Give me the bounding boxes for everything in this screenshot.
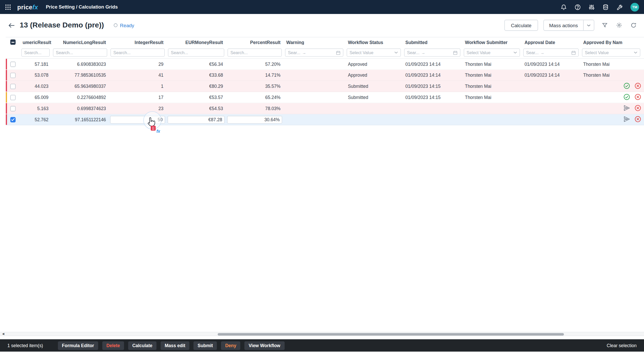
footer-submit-button[interactable]: Submit	[194, 341, 217, 350]
table-row[interactable]: 65.0090.227660489217€53.5765.24%Submitte…	[6, 92, 644, 103]
column-header-percent[interactable]: PercentResult	[226, 40, 283, 45]
column-header-warning[interactable]: Warning	[283, 40, 345, 45]
cell-submitted: 01/09/2023 14:15	[403, 95, 462, 100]
row-checkbox[interactable]	[10, 73, 16, 78]
filter-cell-workflowStatus: Select Value	[345, 47, 403, 58]
row-action-send-icon[interactable]	[624, 116, 630, 122]
cell-integer: 29	[109, 62, 166, 67]
gear-icon[interactable]	[615, 21, 623, 30]
cell-workflowStatus: Submitted	[345, 84, 403, 89]
column-header-numericLong[interactable]: NumericLongResult	[51, 40, 109, 45]
app-switcher-icon[interactable]	[5, 4, 11, 10]
chevron-down-icon	[394, 51, 398, 54]
calendar-icon	[336, 50, 340, 55]
mass-actions-label[interactable]: Mass actions	[544, 20, 583, 31]
filter-select-workflowSubmitter[interactable]: Select Value	[464, 48, 520, 57]
user-avatar[interactable]: TM	[631, 3, 639, 11]
table-body: 57.1816.690838302329€56.3457.20%Approved…	[6, 59, 644, 125]
table-row[interactable]: 5.1630.699837462323€54.5378.03%	[6, 103, 644, 114]
row-action-reject-icon[interactable]	[635, 105, 641, 111]
footer-formula-editor-button[interactable]: Formula Editor	[58, 341, 98, 350]
column-header-row: umericResultNumericLongResultIntegerResu…	[6, 37, 644, 47]
back-arrow-icon[interactable]	[6, 21, 16, 30]
select-all-checkbox[interactable]	[10, 39, 16, 45]
row-action-reject-icon[interactable]	[635, 83, 641, 89]
scroll-left-arrow-icon[interactable]: ◀	[2, 332, 4, 336]
column-header-integer[interactable]: IntegerResult	[109, 40, 166, 45]
refresh-icon[interactable]	[629, 21, 638, 30]
column-header-approvedBy[interactable]: Approved By Nam	[580, 40, 642, 45]
cell-eurMoney: €80.29	[166, 84, 226, 89]
table-row[interactable]: 44.02365.96349803371€80.2935.57%Submitte…	[6, 81, 644, 92]
cell-numeric: 65.009	[20, 95, 51, 100]
column-header-submitted[interactable]: Submitted	[403, 40, 462, 45]
calendar-icon	[453, 50, 457, 55]
horizontal-scrollbar-thumb[interactable]	[218, 333, 564, 335]
range-arrow-icon: →	[540, 50, 544, 55]
table-row[interactable]: 52.76297.165112214650€87.2830.64%	[6, 114, 644, 125]
filter-search-input-eurMoney[interactable]	[168, 48, 224, 57]
row-action-approve-icon[interactable]	[624, 83, 630, 89]
row-status-marker	[6, 70, 7, 81]
row-status-marker	[6, 81, 7, 91]
filter-funnel-icon[interactable]	[600, 21, 609, 30]
row-checkbox[interactable]	[10, 61, 16, 67]
cell-percent: 65.24%	[226, 95, 283, 100]
row-action-send-icon[interactable]	[624, 105, 630, 111]
chevron-down-icon	[513, 51, 517, 54]
column-header-workflowStatus[interactable]: Workflow Status	[345, 40, 403, 45]
footer-deny-button[interactable]: Deny	[221, 341, 240, 350]
cell-eurMoney: €33.68	[166, 73, 226, 78]
notifications-bell-icon[interactable]	[561, 4, 567, 10]
row-checkbox[interactable]	[10, 84, 16, 89]
mass-actions-chevron-icon[interactable]	[583, 20, 594, 31]
row-checkbox[interactable]	[10, 106, 16, 111]
horizontal-scrollbar[interactable]: ◀	[0, 332, 644, 336]
filter-date-input-approvalDate[interactable]: Sear...→	[523, 48, 579, 57]
cell-numericLong: 97.1651122146	[51, 117, 109, 122]
settings-sliders-icon[interactable]	[589, 4, 595, 10]
filter-date-input-submitted[interactable]: Sear...→	[404, 48, 460, 57]
pricefx-logo[interactable]: pricefx	[17, 3, 38, 10]
calculation-grid: umericResultNumericLongResultIntegerResu…	[6, 37, 644, 332]
calculate-button[interactable]: Calculate	[504, 20, 538, 31]
filter-date-input-warning[interactable]: Sear...→	[285, 48, 343, 57]
row-action-reject-icon[interactable]	[635, 116, 641, 122]
help-icon[interactable]	[575, 4, 581, 10]
database-icon[interactable]	[603, 4, 609, 10]
cell-integer: 23	[109, 106, 166, 111]
column-header-eurMoney[interactable]: EURMoneyResult	[166, 40, 226, 45]
row-checkbox[interactable]	[10, 117, 16, 122]
filter-search-input-numericLong[interactable]	[53, 48, 107, 57]
footer-mass-edit-button[interactable]: Mass edit	[161, 341, 189, 350]
row-checkbox[interactable]	[10, 95, 16, 100]
clear-selection-button[interactable]: Clear selection	[607, 343, 636, 348]
cell-eurMoney: €56.34	[166, 62, 226, 67]
cell-percent: 14.71%	[226, 73, 283, 78]
wrench-icon[interactable]	[617, 4, 623, 10]
cell-workflowStatus: Approved	[345, 62, 403, 67]
column-header-approvalDate[interactable]: Approval Date	[522, 40, 581, 45]
table-row[interactable]: 53.07877.985361053541€33.6814.71%Approve…	[6, 70, 644, 81]
filter-select-workflowStatus[interactable]: Select Value	[347, 48, 401, 57]
column-header-numeric[interactable]: umericResult	[20, 40, 51, 45]
row-action-approve-icon[interactable]	[624, 94, 630, 100]
cell-numeric: 5.163	[20, 106, 51, 111]
mass-actions-button[interactable]: Mass actions	[543, 20, 595, 31]
topbar: pricefx Price Setting / Calculation Grid…	[0, 0, 644, 14]
range-arrow-icon: →	[421, 50, 425, 55]
cell-integer: 1	[109, 84, 166, 89]
footer-delete-button[interactable]: Delete	[102, 341, 124, 350]
column-header-workflowSubmitter[interactable]: Workflow Submitter	[462, 40, 522, 45]
cell-approvedBy: Thorsten Mai	[580, 62, 642, 67]
table-row[interactable]: 57.1816.690838302329€56.3457.20%Approved…	[6, 59, 644, 70]
filter-search-input-integer[interactable]	[110, 48, 164, 57]
filter-select-approvedBy[interactable]: Select Value	[582, 48, 640, 57]
cell-workflowSubmitter: Thorsten Mai	[462, 95, 522, 100]
footer-calculate-button[interactable]: Calculate	[128, 341, 156, 350]
filter-search-input-numeric[interactable]	[21, 48, 49, 57]
footer-view-workflow-button[interactable]: View Workflow	[245, 341, 284, 350]
filter-row: Sear...→Select ValueSear...→Select Value…	[6, 47, 644, 59]
filter-search-input-percent[interactable]	[227, 48, 282, 57]
row-action-reject-icon[interactable]	[635, 94, 641, 100]
